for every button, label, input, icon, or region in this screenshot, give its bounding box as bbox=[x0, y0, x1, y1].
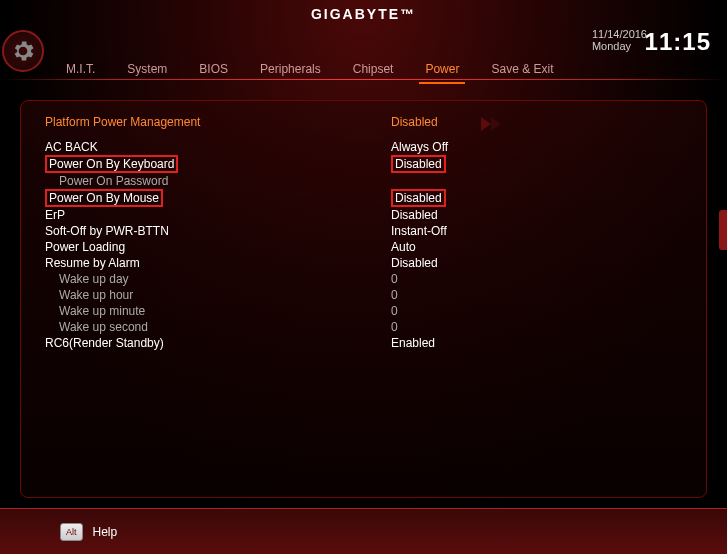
setting-label: AC BACK bbox=[45, 139, 391, 155]
setting-label: Power On By Keyboard bbox=[45, 155, 391, 173]
tab-peripherals[interactable]: Peripherals bbox=[244, 58, 337, 80]
setting-value: Disabled bbox=[391, 189, 446, 207]
section-header[interactable]: Platform Power Management Disabled bbox=[45, 115, 682, 129]
setting-value: Disabled bbox=[391, 207, 438, 223]
setting-value: Instant-Off bbox=[391, 223, 447, 239]
setting-row[interactable]: Wake up day0 bbox=[45, 271, 682, 287]
brand-logo: GIGABYTE™ bbox=[311, 6, 416, 22]
chevron-icon bbox=[491, 117, 501, 131]
tab-system[interactable]: System bbox=[111, 58, 183, 80]
setting-row[interactable]: Soft-Off by PWR-BTTNInstant-Off bbox=[45, 223, 682, 239]
setting-label: Wake up minute bbox=[45, 303, 391, 319]
setting-label: Power On Password bbox=[45, 173, 391, 189]
nav-tabs: M.I.T.SystemBIOSPeripheralsChipsetPowerS… bbox=[50, 58, 569, 80]
setting-value: Enabled bbox=[391, 335, 435, 351]
setting-row[interactable]: Power LoadingAuto bbox=[45, 239, 682, 255]
footer: Alt Help bbox=[0, 508, 727, 554]
setting-value: Disabled bbox=[391, 255, 438, 271]
alt-key-icon: Alt bbox=[60, 523, 83, 541]
setting-label: Power On By Mouse bbox=[45, 189, 391, 207]
setting-row[interactable]: Power On Password bbox=[45, 173, 682, 189]
setting-row[interactable]: Power On By MouseDisabled bbox=[45, 189, 682, 207]
setting-row[interactable]: Power On By KeyboardDisabled bbox=[45, 155, 682, 173]
divider bbox=[0, 79, 727, 80]
help-label[interactable]: Help bbox=[93, 525, 118, 539]
setting-label: Soft-Off by PWR-BTTN bbox=[45, 223, 391, 239]
setting-label: Power Loading bbox=[45, 239, 391, 255]
tab-chipset[interactable]: Chipset bbox=[337, 58, 410, 80]
clock: 11:15 bbox=[645, 28, 711, 56]
tab-bios[interactable]: BIOS bbox=[183, 58, 244, 80]
setting-row[interactable]: Wake up hour0 bbox=[45, 287, 682, 303]
day: Monday bbox=[592, 40, 647, 52]
setting-row[interactable]: ErPDisabled bbox=[45, 207, 682, 223]
setting-value: 0 bbox=[391, 271, 398, 287]
settings-gear-icon[interactable] bbox=[2, 30, 44, 72]
date: 11/14/2016 bbox=[592, 28, 647, 40]
content-panel: Platform Power Management Disabled AC BA… bbox=[20, 100, 707, 498]
setting-label: Wake up hour bbox=[45, 287, 391, 303]
setting-label: ErP bbox=[45, 207, 391, 223]
section-title: Platform Power Management bbox=[45, 115, 200, 129]
tab-power[interactable]: Power bbox=[409, 58, 475, 80]
tab-save-exit[interactable]: Save & Exit bbox=[475, 58, 569, 80]
setting-row[interactable]: RC6(Render Standby)Enabled bbox=[45, 335, 682, 351]
datetime: 11/14/2016 Monday bbox=[592, 28, 647, 52]
settings-list: AC BACKAlways OffPower On By KeyboardDis… bbox=[45, 139, 682, 351]
setting-value: 0 bbox=[391, 303, 398, 319]
section-value: Disabled bbox=[391, 115, 438, 129]
setting-label: Wake up second bbox=[45, 319, 391, 335]
setting-value: Auto bbox=[391, 239, 416, 255]
setting-label: RC6(Render Standby) bbox=[45, 335, 391, 351]
setting-value: Disabled bbox=[391, 155, 446, 173]
header: GIGABYTE™ 11/14/2016 Monday 11:15 M.I.T.… bbox=[0, 0, 727, 80]
setting-row[interactable]: AC BACKAlways Off bbox=[45, 139, 682, 155]
side-handle[interactable] bbox=[719, 210, 727, 250]
chevron-icon bbox=[481, 117, 491, 131]
setting-row[interactable]: Wake up second0 bbox=[45, 319, 682, 335]
setting-value: Always Off bbox=[391, 139, 448, 155]
setting-label: Wake up day bbox=[45, 271, 391, 287]
setting-row[interactable]: Wake up minute0 bbox=[45, 303, 682, 319]
setting-value: 0 bbox=[391, 319, 398, 335]
setting-value: 0 bbox=[391, 287, 398, 303]
setting-label: Resume by Alarm bbox=[45, 255, 391, 271]
setting-row[interactable]: Resume by AlarmDisabled bbox=[45, 255, 682, 271]
tab-m-i-t-[interactable]: M.I.T. bbox=[50, 58, 111, 80]
